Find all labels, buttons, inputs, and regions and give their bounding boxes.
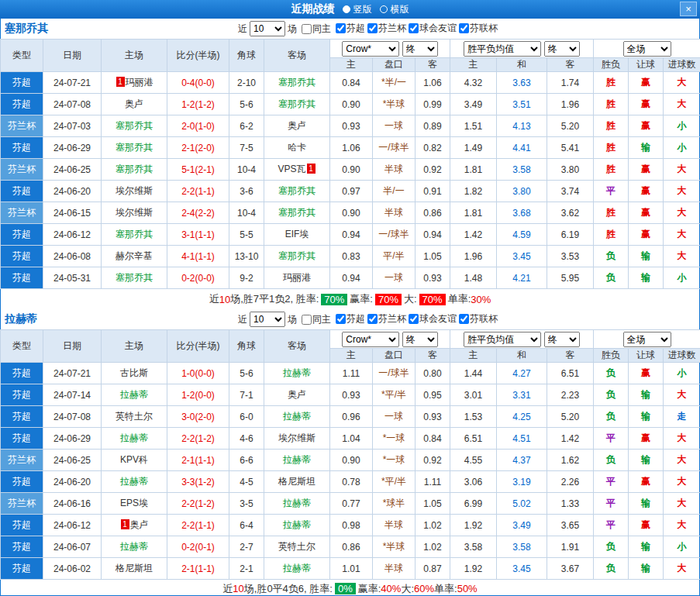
handicap-cell: 一球 [373,115,416,137]
col-avg-away: 客 [547,58,594,72]
league-checkbox[interactable] [336,23,346,33]
home-team-cell: KPV科 [102,450,167,471]
score-cell: 2-2(1-2) [167,428,229,450]
away-team-name: 塞那乔其 [278,207,316,218]
league-filter[interactable]: 芬联杯 [457,22,498,35]
home-team-cell: 赫尔辛基 [102,246,167,267]
league-checkbox[interactable] [459,23,469,33]
league-filter[interactable]: 芬超 [333,22,365,35]
avg-time-select[interactable]: 终 [544,41,580,57]
date-cell: 24-05-31 [43,267,102,289]
league-filter[interactable]: 芬兰杯 [365,22,406,35]
date-cell: 24-06-12 [43,224,102,246]
home-team-name: 拉赫蒂 [120,432,148,443]
date-cell: 24-07-08 [43,406,102,428]
match-row: 芬超24-06-121奥卢2-2(1-1)6-4拉赫蒂0.98半球1.021.9… [1,515,700,536]
corner-cell: 6-4 [229,515,264,536]
summary-segment: 赢率: [350,292,373,306]
layout-option-horizontal[interactable]: 横版 [380,3,409,16]
handicap-cell: *平/半 [373,384,416,406]
avg-type-select[interactable]: 胜平负均值 [464,41,541,57]
handicap-result-cell: 赢 [629,115,664,137]
league-checkbox[interactable] [367,23,378,33]
score-cell: 1-2(1-2) [167,94,229,115]
avg-home-cell: 1.53 [450,406,497,428]
odds-time-select[interactable]: 终 [402,332,438,347]
same-home-filter[interactable]: 同主 [299,313,331,326]
league-checkbox[interactable] [409,314,419,324]
same-home-checkbox[interactable] [302,315,312,325]
score-cell: 0-2(0-1) [167,536,229,558]
league-filter[interactable]: 芬兰杯 [365,312,406,326]
handicap-cell: *半球 [373,536,416,558]
summary-segment: 场,胜7平1负2, 胜率: [230,292,319,306]
summary-segment: 50% [457,583,478,594]
home-team-name: 埃尔维斯 [116,185,153,196]
league-checkbox[interactable] [336,314,346,324]
recent-count-select[interactable]: 10 [250,312,285,327]
league-type-cell: 芬超 [1,384,43,406]
avg-away-cell: 1.91 [547,536,594,558]
col-away-odds: 客 [416,58,450,72]
handicap-result-cell: 输 [629,267,664,289]
odds-company-select[interactable]: Crow* [342,41,399,57]
league-type-cell: 芬兰杯 [1,493,43,515]
filter-controls: 近 10 场 同主 芬超芬兰杯球会友谊芬联杯 [238,21,498,36]
avg-away-cell: 1.33 [547,493,594,515]
avg-time-select[interactable]: 终 [544,332,580,347]
odds-time-select[interactable]: 终 [402,41,438,57]
match-row: 芬超24-07-211玛丽港0-4(0-0)2-10塞那乔其0.84*半/一1.… [1,72,700,94]
summary-segment: 70% [321,294,347,305]
corner-cell: 6-6 [229,450,264,471]
close-button[interactable]: × [680,2,697,16]
league-checkbox[interactable] [459,314,469,324]
league-type-cell: 芬超 [1,224,43,246]
away-team-cell: 塞那乔其 [264,94,330,115]
red-card-badge: 1 [307,164,316,174]
away-odds-cell: 1.11 [416,471,450,493]
home-team-cell: 塞那乔其 [102,115,167,137]
league-filter[interactable]: 芬超 [333,312,365,326]
score-cell: 1-2(0-0) [167,384,229,406]
result-cell: 负 [594,384,629,406]
team-name: 塞那乔其 [5,22,48,36]
away-odds-cell: 0.84 [416,428,450,450]
date-cell: 24-06-16 [43,493,102,515]
odds-company-select[interactable]: Crow* [342,332,399,347]
goals-result-cell: 大 [664,450,700,471]
col-handicap-result: 让球 [629,349,664,363]
home-odds-cell: 0.94 [330,267,373,289]
summary-line: 近10场,胜7平1负2, 胜率: 70% 赢率: 70% 大: 70% 单率:3… [0,289,700,309]
score-cell: 2-4(2-2) [167,202,229,224]
league-checkbox[interactable] [367,314,378,324]
goals-result-cell: 大 [664,558,700,580]
away-team-cell: 拉赫蒂 [264,450,330,471]
home-team-cell: 塞那乔其 [102,137,167,159]
away-odds-cell: 0.93 [416,267,450,289]
home-odds-cell: 0.96 [330,406,373,428]
layout-option-vertical[interactable]: 竖版 [343,3,372,16]
match-row: 芬超24-05-31塞那乔其0-2(0-0)9-2玛丽港0.94一球0.931.… [1,267,700,289]
handicap-cell: *平/半 [373,471,416,493]
home-odds-cell: 1.11 [330,363,373,384]
scope-select[interactable]: 全场 [623,41,671,57]
away-odds-cell: 0.86 [416,202,450,224]
avg-home-cell: 1.81 [450,159,497,181]
avg-away-cell: 3.62 [547,202,594,224]
avg-type-select[interactable]: 胜平负均值 [464,332,541,347]
scope-select[interactable]: 全场 [623,332,671,347]
match-row: 芬超24-06-20埃尔维斯2-2(1-1)3-6塞那乔其0.97半/一0.91… [1,181,700,202]
recent-count-select[interactable]: 10 [250,21,285,36]
same-home-filter[interactable]: 同主 [299,22,331,36]
avg-home-cell: 1.51 [450,115,497,137]
home-odds-cell: 0.90 [330,94,373,115]
same-home-checkbox[interactable] [302,24,312,34]
league-filter[interactable]: 球会友谊 [406,312,457,326]
league-filter[interactable]: 芬联杯 [457,312,498,326]
league-filter[interactable]: 球会友谊 [406,22,457,35]
home-team-name: 奥卢 [130,519,149,530]
team-section-home: 塞那乔其 近 10 场 同主 芬超芬兰杯球会友谊芬联杯 类型 日期 主 [0,19,700,309]
avg-away-cell: 2.26 [547,471,594,493]
corner-cell: 10-4 [229,202,264,224]
league-checkbox[interactable] [409,23,419,33]
